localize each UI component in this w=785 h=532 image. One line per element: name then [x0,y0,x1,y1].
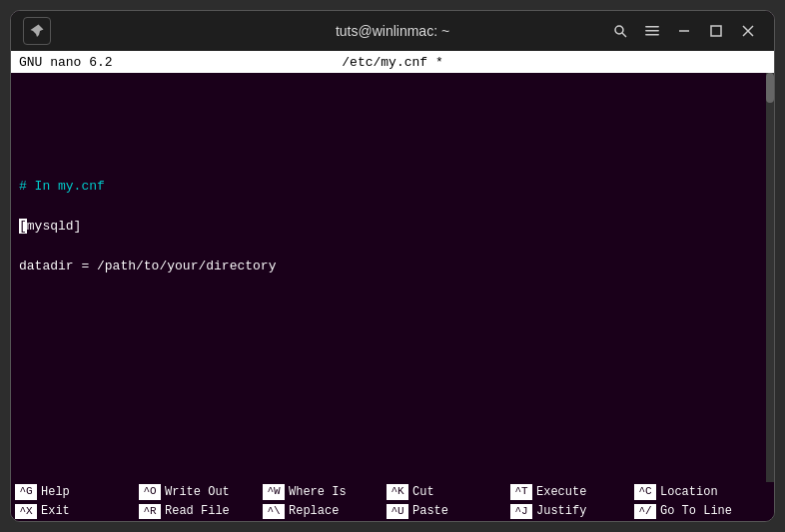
shortcut-cut: ^K Cut [387,484,506,499]
shortcut-label-replace: Replace [289,504,339,518]
line [19,296,766,316]
line [19,237,766,257]
shortcut-label-exit: Exit [41,504,70,518]
line [19,197,766,217]
shortcut-key-gotoline: ^/ [634,504,656,519]
titlebar-left [23,17,51,45]
shortcut-key-location: ^C [634,484,656,499]
svg-rect-3 [645,30,659,32]
nano-topbar: GNU nano 6.2 /etc/my.cnf * [11,51,774,73]
minimize-button[interactable] [670,17,698,45]
shortcut-key-whereis: ^W [263,484,285,499]
line [19,77,766,97]
search-button[interactable] [606,17,634,45]
scrollbar-thumb [766,73,774,103]
shortcut-readfile: ^R Read File [139,504,259,519]
shortcut-paste: ^U Paste [387,504,506,519]
shortcut-key-cut: ^K [387,484,408,499]
maximize-button[interactable] [702,17,730,45]
shortcut-label-help: Help [41,485,70,499]
shortcut-label-justify: Justify [536,504,586,518]
svg-rect-4 [645,34,659,36]
titlebar-buttons [606,17,762,45]
editor-content: # In my.cnf [mysqld] datadir = /path/to/… [19,77,766,376]
nano-filename: /etc/my.cnf * [342,55,442,70]
shortcut-key-paste: ^U [387,504,408,519]
cursor: [ [19,219,27,234]
shortcut-replace: ^\ Replace [263,504,383,519]
shortcut-row-2: ^X Exit ^R Read File ^\ Replace ^U Paste… [11,502,774,521]
shortcut-label-writeout: Write Out [165,485,230,499]
line [19,117,766,137]
shortcut-key-exit: ^X [15,504,37,519]
shortcut-key-help: ^G [15,484,37,499]
shortcut-help: ^G Help [15,484,135,499]
svg-point-0 [615,26,623,34]
shortcut-execute: ^T Execute [510,484,630,499]
shortcut-label-readfile: Read File [165,504,230,518]
shortcut-label-location: Location [660,485,718,499]
svg-rect-2 [645,26,659,28]
shortcut-location: ^C Location [634,484,754,499]
line [19,137,766,157]
scrollbar[interactable] [766,73,774,482]
line [19,157,766,177]
titlebar-title: tuts@winlinmac: ~ [336,23,449,39]
shortcut-key-justify: ^J [510,504,532,519]
shortcut-justify: ^J Justify [510,504,630,519]
line [19,276,766,296]
line-content: datadir = /path/to/your/directory [19,257,766,276]
shortcut-label-paste: Paste [412,504,448,518]
menu-button[interactable] [638,17,666,45]
shortcut-writeout: ^O Write Out [139,484,259,499]
shortcut-row-1: ^G Help ^O Write Out ^W Where Is ^K Cut … [11,482,774,501]
line-section: [mysqld] [19,217,766,237]
line [19,316,766,336]
shortcut-label-gotoline: Go To Line [660,504,732,518]
titlebar: tuts@winlinmac: ~ [11,11,774,51]
nano-bottombar: ^G Help ^O Write Out ^W Where Is ^K Cut … [11,482,774,521]
editor-area[interactable]: # In my.cnf [mysqld] datadir = /path/to/… [11,73,774,482]
shortcut-key-execute: ^T [510,484,532,499]
shortcut-key-replace: ^\ [263,504,285,519]
line [19,336,766,356]
close-button[interactable] [734,17,762,45]
shortcut-label-cut: Cut [412,485,434,499]
line [19,356,766,376]
shortcut-exit: ^X Exit [15,504,135,519]
svg-rect-6 [711,26,721,36]
pin-icon[interactable] [23,17,51,45]
svg-line-1 [622,33,626,37]
line [19,97,766,117]
terminal-window: tuts@winlinmac: ~ [10,10,775,522]
nano-version: GNU nano 6.2 [19,55,113,70]
shortcut-label-execute: Execute [536,485,586,499]
shortcut-key-readfile: ^R [139,504,161,519]
shortcut-label-whereis: Where Is [289,485,347,499]
shortcut-key-writeout: ^O [139,484,161,499]
line-comment: # In my.cnf [19,177,766,197]
shortcut-whereis: ^W Where Is [263,484,383,499]
shortcut-gotoline: ^/ Go To Line [634,504,754,519]
